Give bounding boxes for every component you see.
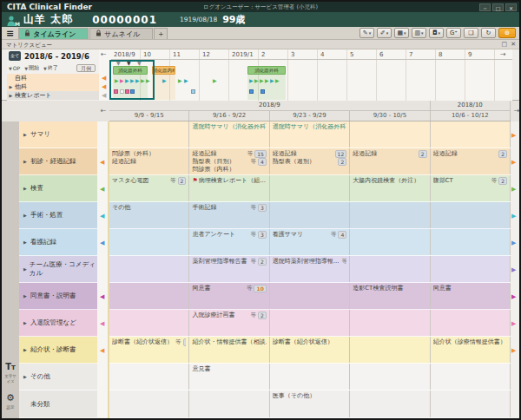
add-tab-button[interactable]: ＋: [154, 28, 168, 39]
matrix-cell[interactable]: 紹介状・情報提供書（相談よ...: [189, 337, 269, 363]
document-item[interactable]: 看護サマリ等4: [273, 231, 346, 239]
matrix-cell[interactable]: ⚑病理検査レポート（組...等3: [189, 175, 269, 201]
matrix-cell[interactable]: [109, 310, 189, 336]
sidebar-item-referral[interactable]: ▶紹介状・診断書: [19, 337, 97, 364]
matrix-week-header[interactable]: 9/9 - 9/15: [109, 111, 189, 121]
sidebar-item-progress-notes[interactable]: ▶初診・経過記録: [19, 148, 97, 175]
document-item[interactable]: 紹介状（診療情報提供書）: [433, 338, 507, 346]
overview-scroll-left-arrow[interactable]: ←: [101, 50, 107, 58]
document-item[interactable]: 手術記録等3: [192, 204, 266, 212]
refresh-button[interactable]: ↻: [481, 28, 496, 38]
document-item[interactable]: 大腸内視鏡検査（外注）: [353, 177, 426, 185]
tile-layout-button[interactable]: ▦▾: [394, 28, 409, 38]
matrix-cell[interactable]: その他: [109, 202, 189, 228]
calendar-all-icon[interactable]: 全て: [9, 51, 21, 61]
matrix-cell[interactable]: [109, 283, 189, 309]
sidebar-item-nursing[interactable]: ▶看護記録: [19, 229, 97, 256]
matrix-cell[interactable]: 意見書: [189, 364, 269, 390]
matrix-cell[interactable]: 同意書: [431, 283, 511, 309]
admission-period-bar[interactable]: 消化器内科: [152, 66, 175, 75]
row-scroll-left-arrow[interactable]: ◀: [100, 213, 104, 220]
matrix-cell[interactable]: 造影CT検査説明書: [350, 283, 430, 309]
document-item[interactable]: 診断書（紹介状返信）等2: [112, 338, 186, 346]
matrix-cell[interactable]: [431, 202, 511, 228]
matrix-cell[interactable]: [431, 310, 511, 336]
overview-timeline-grid[interactable]: 2018/91011122019/123456789→消化器外科消化器内科消化器…: [111, 49, 512, 101]
maximize-button[interactable]: □: [492, 3, 504, 11]
matrix-cell[interactable]: [431, 390, 511, 417]
report-marker[interactable]: [191, 89, 195, 94]
overview-row-scroll-arrow[interactable]: ◀: [102, 92, 106, 99]
document-item[interactable]: マスタ心電図等2: [112, 177, 186, 185]
document-item[interactable]: 経過記録12: [273, 150, 346, 158]
document-item[interactable]: 熱型表（週別）2: [273, 158, 346, 166]
matrix-week-header[interactable]: 9/30 - 10/5: [350, 111, 430, 121]
power-button[interactable]: ⊙: [498, 28, 516, 38]
matrix-cell[interactable]: 看護サマリ等4: [270, 229, 350, 255]
matrix-cell[interactable]: 問診票（外科）経過記録: [109, 148, 189, 174]
matrix-cell[interactable]: 経過記録2: [431, 148, 511, 174]
document-item[interactable]: 退院時サマリ（消化器外科下...: [273, 123, 346, 131]
matrix-cell[interactable]: 医事（その他）: [270, 390, 350, 417]
row-scroll-left-arrow[interactable]: ◀: [100, 159, 104, 166]
document-item[interactable]: 薬剤管理指導報告書等2: [192, 258, 266, 266]
matrix-cell[interactable]: 紹介状（診療情報提供書）: [431, 337, 511, 363]
matrix-cell[interactable]: 経過記録12熱型表（週別）2: [270, 148, 350, 174]
document-item[interactable]: 腹部CT等2: [433, 177, 507, 185]
document-item[interactable]: 同意書等10: [192, 285, 266, 292]
matrix-cell[interactable]: [350, 364, 430, 390]
row-scroll-left-arrow[interactable]: ◀: [100, 240, 104, 246]
document-item[interactable]: 経過記録: [112, 158, 186, 166]
row-scroll-right-arrow[interactable]: ▶: [511, 293, 516, 300]
matrix-cell[interactable]: [109, 364, 189, 390]
panel-maximize-button[interactable]: □: [502, 41, 508, 48]
matrix-cell[interactable]: [270, 283, 350, 309]
matrix-week-header[interactable]: 9/23 - 9/29: [270, 111, 350, 121]
row-scroll-right-arrow[interactable]: ▶: [511, 213, 516, 220]
matrix-scroll-left-arrow[interactable]: ←: [97, 101, 109, 121]
overview-row-scroll-arrow[interactable]: ◀: [102, 83, 106, 90]
row-scroll-right-arrow[interactable]: ▶: [511, 347, 516, 354]
matrix-cell[interactable]: [350, 310, 430, 336]
row-scroll-left-arrow[interactable]: ◀: [100, 320, 104, 327]
document-item[interactable]: 入院診療計画書等2: [192, 312, 266, 319]
matrix-cell[interactable]: [431, 256, 511, 282]
document-item[interactable]: 紹介状・情報提供書（相談よ...: [192, 338, 266, 346]
sidebar-item-summary[interactable]: ▶サマリ: [19, 121, 97, 148]
matrix-cell[interactable]: [350, 229, 430, 255]
row-scroll-right-arrow[interactable]: ▶: [511, 320, 516, 327]
menu-icon[interactable]: ≡: [2, 28, 18, 39]
matrix-cell[interactable]: 大腸内視鏡検査（外注）: [350, 175, 430, 201]
matrix-cell[interactable]: 診断書（紹介状返信）: [270, 337, 350, 363]
close-button[interactable]: ✕: [505, 3, 517, 11]
matrix-cell[interactable]: [350, 390, 430, 417]
matrix-cell[interactable]: [270, 202, 350, 228]
matrix-cell[interactable]: 退院時サマリ（消化器外科下...: [270, 121, 350, 148]
matrix-cell[interactable]: 退院時薬剤管理指導報...等2: [270, 256, 350, 282]
matrix-cell[interactable]: 入院診療計画書等2: [189, 310, 269, 336]
document-item[interactable]: 同意書: [433, 285, 507, 292]
matrix-cell[interactable]: 経過記録等15熱型表（日別）等4問診票（内科）: [189, 148, 269, 174]
document-item[interactable]: ⚑病理検査レポート（組...等3: [192, 177, 266, 185]
event-marker[interactable]: ▶: [213, 78, 217, 83]
event-marker[interactable]: ▶: [254, 78, 259, 83]
row-scroll-right-arrow[interactable]: ▶: [511, 266, 516, 273]
sidebar-item-tests[interactable]: ▶検査: [19, 175, 97, 202]
sidebar-item-admission[interactable]: ▶入退院管理など: [19, 310, 97, 337]
matrix-cell[interactable]: 手術記録等3: [189, 202, 269, 228]
pen-tool-button[interactable]: ✎▾: [359, 28, 374, 38]
event-marker[interactable]: ▶: [260, 78, 264, 83]
overview-row-検査レポート[interactable]: ▶検査レポート: [7, 91, 99, 100]
event-marker[interactable]: ▶: [249, 78, 254, 83]
report-marker[interactable]: [249, 89, 254, 94]
document-item[interactable]: 経過記録2: [433, 150, 507, 158]
row-scroll-right-arrow[interactable]: ▶: [511, 186, 516, 193]
row-scroll-left-arrow[interactable]: ◀: [100, 186, 104, 193]
event-marker[interactable]: ▶: [270, 78, 274, 83]
overview-filter-終了[interactable]: ▼終了: [43, 64, 58, 72]
report-marker[interactable]: [260, 89, 265, 94]
matrix-cell[interactable]: [350, 337, 430, 363]
document-item[interactable]: 経過記録等15: [192, 150, 266, 158]
sidebar-item-consent[interactable]: ▶同意書・説明書: [19, 283, 97, 310]
row-scroll-left-arrow[interactable]: ◀: [100, 347, 104, 354]
